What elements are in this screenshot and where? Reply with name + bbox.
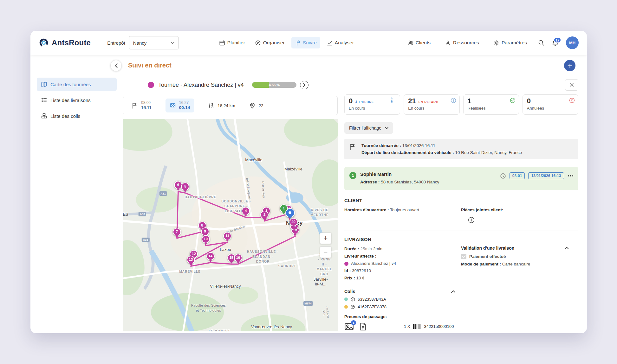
status-card-cancelled[interactable]: 0 Annulées	[523, 94, 578, 115]
nav-item-suivre[interactable]: Suivre	[291, 37, 320, 48]
plus-icon	[568, 63, 572, 68]
tour-start-info: Tournée démarrée : 13/01/2026 16:11 Dépa…	[344, 139, 578, 159]
checkered-flag-icon	[170, 102, 176, 109]
cancelled-count: 0	[527, 97, 531, 105]
road-badge: A33	[139, 212, 146, 216]
warehouse-select[interactable]: Nancy	[129, 36, 179, 49]
notification-badge: 17	[554, 37, 561, 43]
stat-stops-count: 22	[249, 102, 263, 109]
search-icon	[538, 40, 544, 46]
map-label: RIVES DE MEURTHE	[311, 208, 329, 217]
info-icon[interactable]	[451, 98, 456, 103]
filter-label: Filtrer l'affichage	[349, 125, 381, 131]
map-label: Villers-lès-Nancy	[210, 284, 241, 289]
tour-header: Tournée - Alexandre Sanchez | v4 4.55 %	[123, 78, 578, 92]
map-marker-16[interactable]: 16	[234, 254, 242, 264]
payment-mode-row: Mode de paiement : Carte bancaire	[461, 261, 578, 268]
add-attachment-button[interactable]	[468, 217, 475, 223]
nav-item-organiser[interactable]: Organiser	[252, 37, 288, 48]
map-label: Bd de Scarpone	[245, 178, 251, 200]
sidebar-item-carte-des-tournees[interactable]: Carte des tournées	[37, 78, 117, 91]
payment-done-row: Paiement effectué	[461, 254, 578, 259]
map[interactable]: 6543278910111213141516181920211Maxéville…	[123, 119, 338, 331]
price-row: Prix : 10 €	[344, 275, 461, 282]
nav-item-clients[interactable]: Clients	[404, 37, 434, 48]
tour-progress-bar: 4.55 %	[252, 82, 296, 88]
compass-icon	[255, 40, 261, 46]
stop-menu-icon[interactable]	[568, 174, 574, 178]
courier-row: Alexandre Sanchez | v4	[344, 260, 461, 267]
next-tour-button[interactable]	[300, 81, 308, 89]
map-label: LE MONTET	[209, 329, 230, 331]
parcel-row[interactable]: 63323587B43A	[344, 297, 578, 302]
vehicle-pin[interactable]	[285, 208, 295, 220]
map-marker-11[interactable]: 11	[223, 232, 231, 242]
distance-value: 18,24 km	[218, 103, 235, 108]
flag-icon	[349, 144, 356, 150]
elapsed-duration: 00:14	[179, 105, 190, 111]
map-marker-13[interactable]: 13	[187, 256, 195, 266]
search-button[interactable]	[538, 40, 544, 46]
sidebar-item-liste-des-livraisons[interactable]: Liste des livraisons	[37, 93, 117, 107]
back-button[interactable]	[110, 60, 122, 71]
stat-elapsed-time[interactable]: 16:27 00:14	[166, 99, 194, 112]
main-nav: Planifier Organiser Suivre Analyser	[216, 37, 357, 48]
courier-name: Alexandre Sanchez | v4	[351, 260, 396, 267]
status-card-on-time[interactable]: 0À L'HEURE En cours	[344, 94, 400, 115]
zoom-out-button[interactable]: −	[320, 246, 331, 258]
parcel-row[interactable]: 4162FA7EA378	[344, 304, 578, 309]
client-heading: CLIENT	[344, 198, 578, 203]
stat-distance: 18,24 km	[208, 102, 235, 109]
map-pins: 6543278910111213141516181920211Maxéville…	[123, 119, 338, 331]
payment-done-label: Paiement effectué	[469, 254, 506, 259]
client-section: CLIENT Horaires d'ouverture : Toujours o…	[344, 198, 578, 224]
payment-checkbox[interactable]	[461, 254, 466, 259]
add-button[interactable]	[564, 60, 575, 71]
map-marker-2[interactable]: 2	[260, 211, 269, 221]
nav-item-analyser[interactable]: Analyser	[323, 37, 357, 48]
map-marker-10[interactable]: 10	[202, 235, 210, 246]
nav-item-parametres[interactable]: Paramètres	[490, 37, 530, 48]
map-marker-5[interactable]: 5	[181, 182, 189, 193]
sidebar-item-liste-des-colis[interactable]: Liste des colis	[37, 109, 117, 123]
collapse-parcels-button[interactable]	[451, 290, 456, 293]
map-label: SAURUPT	[278, 264, 296, 269]
map-label: MARÉVILLE	[179, 269, 201, 274]
map-marker-4[interactable]: 4	[242, 207, 250, 217]
brand-logo[interactable]: AntsRoute	[39, 38, 91, 48]
notifications-button[interactable]: 17	[552, 40, 558, 46]
detail-panel: Filtrer l'affichage Tournée démarrée : 1…	[344, 122, 578, 333]
parcel-status-dot	[344, 305, 348, 309]
parcels-section: Colis 63323587B43A 4162FA7EA378 Preuves …	[344, 289, 578, 331]
close-icon	[570, 83, 574, 87]
status-card-late[interactable]: 21EN RETARD En cours	[404, 94, 459, 115]
map-marker-7[interactable]: 7	[173, 228, 181, 238]
delivery-section: LIVRAISON Durée : 25min 2min Livreur aff…	[344, 237, 578, 282]
stop-card[interactable]: 1 Sophie Martin Adresse : 58 rue Stanisl…	[344, 167, 578, 190]
proofs-label: Preuves de passage:	[344, 314, 578, 319]
nav-item-ressources[interactable]: Ressources	[442, 37, 483, 48]
person-icon	[445, 40, 451, 46]
sidebar-item-label: Carte des tournées	[50, 82, 91, 87]
on-time-count: 0	[349, 97, 353, 105]
late-count: 21	[408, 97, 416, 105]
road-badge: A31	[159, 191, 167, 196]
nav-item-planifier[interactable]: Planifier	[216, 37, 249, 48]
status-card-completed[interactable]: 1 Réalisées	[463, 94, 519, 115]
proof-document[interactable]	[360, 322, 367, 331]
proof-photo-thumbnail[interactable]: 1	[344, 323, 354, 330]
zoom-in-button[interactable]: +	[320, 233, 331, 244]
sidebar-item-label: Liste des colis	[50, 113, 80, 119]
avatar[interactable]: MH	[566, 36, 579, 49]
map-label: Malzéville	[284, 167, 302, 171]
proof-count-badge: 1	[351, 320, 356, 325]
filter-display-button[interactable]: Filtrer l'affichage	[344, 122, 393, 134]
close-panel-button[interactable]	[565, 79, 578, 91]
opening-hours-row: Horaires d'ouverture : Toujours ouvert	[344, 207, 461, 214]
nav-label: Ressources	[453, 40, 479, 46]
parcel-code: 4162FA7EA378	[358, 304, 386, 309]
collapse-validation-button[interactable]	[564, 246, 569, 250]
planned-time-badge: 08:01	[510, 172, 525, 179]
barcode-value: 3422150000100	[424, 324, 454, 329]
map-marker-14[interactable]: 14	[206, 252, 215, 263]
